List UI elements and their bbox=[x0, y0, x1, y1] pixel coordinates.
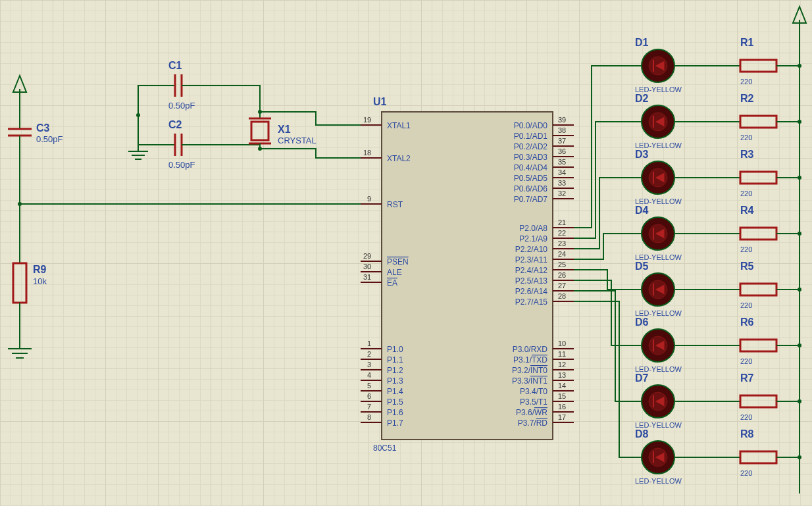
svg-text:3: 3 bbox=[367, 361, 371, 368]
ic-part: 80C51 bbox=[373, 443, 397, 453]
led-row-6[interactable]: D6LED-YELLOWR6220 bbox=[624, 316, 801, 373]
svg-text:P1.3: P1.3 bbox=[387, 376, 403, 386]
ic-right-pins: 39P0.0/AD038P0.1/AD137P0.2/AD236P0.3/AD3… bbox=[512, 116, 574, 428]
capacitor-c2[interactable]: C2 0.50pF bbox=[151, 119, 197, 170]
svg-text:P3.0/RXD: P3.0/RXD bbox=[513, 345, 548, 354]
svg-text:10: 10 bbox=[558, 340, 566, 347]
svg-text:38: 38 bbox=[558, 126, 566, 134]
svg-text:39: 39 bbox=[558, 116, 566, 124]
svg-text:RST: RST bbox=[387, 200, 403, 209]
svg-text:P3.5/T1: P3.5/T1 bbox=[520, 397, 547, 407]
svg-text:P3.7/RD: P3.7/RD bbox=[518, 418, 548, 428]
svg-text:P2.6/A14: P2.6/A14 bbox=[515, 287, 548, 296]
ic-ref: U1 bbox=[373, 96, 387, 107]
svg-text:8: 8 bbox=[367, 413, 371, 421]
svg-text:14: 14 bbox=[558, 382, 566, 390]
svg-text:R5: R5 bbox=[740, 261, 754, 272]
c2-to-crystal bbox=[197, 145, 260, 149]
svg-text:D3: D3 bbox=[635, 149, 649, 160]
svg-text:P1.5: P1.5 bbox=[387, 397, 403, 407]
led-row-4[interactable]: D4LED-YELLOWR4220 bbox=[624, 205, 801, 261]
c1-ref: C1 bbox=[168, 60, 182, 71]
ground-caps bbox=[128, 151, 148, 159]
svg-text:37: 37 bbox=[558, 137, 566, 145]
svg-text:5: 5 bbox=[367, 382, 371, 390]
svg-text:36: 36 bbox=[558, 147, 566, 155]
svg-text:22: 22 bbox=[558, 229, 566, 237]
svg-rect-157 bbox=[740, 60, 776, 72]
led-row-8[interactable]: D8LED-YELLOWR8220 bbox=[624, 428, 801, 485]
svg-text:D1: D1 bbox=[635, 37, 649, 48]
svg-text:LED-YELLOW: LED-YELLOW bbox=[635, 477, 682, 485]
svg-text:P1.0: P1.0 bbox=[387, 345, 403, 354]
svg-text:P0.4/AD4: P0.4/AD4 bbox=[514, 163, 548, 172]
svg-point-146 bbox=[258, 110, 262, 114]
r9-val: 10k bbox=[33, 276, 47, 286]
svg-text:XTAL2: XTAL2 bbox=[387, 154, 411, 163]
svg-text:D5: D5 bbox=[635, 261, 649, 272]
svg-text:220: 220 bbox=[740, 78, 752, 86]
svg-text:P3.4/T0: P3.4/T0 bbox=[520, 387, 547, 396]
svg-text:P0.3/AD3: P0.3/AD3 bbox=[514, 153, 548, 162]
svg-text:P2.4/A12: P2.4/A12 bbox=[515, 266, 548, 275]
svg-text:R2: R2 bbox=[740, 93, 754, 104]
schematic-canvas[interactable]: U1 80C51 19 XTAL1 18 XTAL2 9 RST 29 PSEN… bbox=[0, 0, 812, 506]
svg-text:P2.7/A15: P2.7/A15 bbox=[515, 297, 548, 307]
crystal-x1[interactable]: X1 CRYSTAL bbox=[249, 112, 317, 149]
svg-text:25: 25 bbox=[558, 261, 566, 268]
svg-text:R4: R4 bbox=[740, 205, 754, 216]
led-row-3[interactable]: D3LED-YELLOWR3220 bbox=[624, 149, 801, 205]
svg-text:33: 33 bbox=[558, 179, 566, 187]
svg-rect-209 bbox=[740, 284, 776, 295]
svg-text:XTAL1: XTAL1 bbox=[387, 121, 411, 130]
svg-text:30: 30 bbox=[363, 263, 371, 270]
svg-text:1: 1 bbox=[367, 340, 371, 347]
svg-text:P0.0/AD0: P0.0/AD0 bbox=[514, 121, 548, 130]
c3-val: 0.50pF bbox=[36, 134, 63, 144]
svg-text:220: 220 bbox=[740, 413, 752, 421]
svg-text:ALE: ALE bbox=[387, 268, 402, 277]
resistor-r9[interactable]: R9 10k bbox=[13, 204, 47, 336]
svg-text:15: 15 bbox=[558, 392, 566, 400]
capacitor-c1[interactable]: C1 0.50pF bbox=[151, 60, 197, 111]
svg-text:D8: D8 bbox=[635, 428, 649, 440]
svg-text:P1.2: P1.2 bbox=[387, 366, 403, 375]
c1-to-crystal bbox=[197, 86, 260, 112]
led-row-5[interactable]: D5LED-YELLOWR5220 bbox=[624, 261, 801, 317]
power-arrow-left bbox=[13, 76, 26, 105]
c1-val: 0.50pF bbox=[168, 101, 195, 111]
svg-text:12: 12 bbox=[558, 361, 566, 368]
svg-text:26: 26 bbox=[558, 271, 566, 279]
svg-text:P3.1/TXD: P3.1/TXD bbox=[513, 355, 547, 365]
svg-text:D2: D2 bbox=[635, 93, 649, 104]
svg-text:220: 220 bbox=[740, 245, 752, 253]
svg-text:4: 4 bbox=[367, 371, 371, 379]
svg-text:P1.6: P1.6 bbox=[387, 408, 403, 417]
svg-text:R6: R6 bbox=[740, 316, 754, 328]
svg-text:31: 31 bbox=[363, 273, 371, 281]
svg-text:P1.7: P1.7 bbox=[387, 418, 403, 428]
capacitor-c3[interactable]: C3 0.50pF bbox=[8, 105, 63, 158]
svg-text:P0.5/AD5: P0.5/AD5 bbox=[514, 174, 548, 183]
svg-text:220: 220 bbox=[740, 469, 752, 477]
led-row-7[interactable]: D7LED-YELLOWR7220 bbox=[624, 372, 801, 429]
svg-rect-122 bbox=[13, 263, 26, 303]
svg-text:P2.5/A13: P2.5/A13 bbox=[515, 276, 548, 286]
svg-text:28: 28 bbox=[558, 292, 566, 300]
svg-text:P0.2/AD2: P0.2/AD2 bbox=[514, 142, 548, 151]
c2-val: 0.50pF bbox=[168, 160, 195, 170]
led-row-1[interactable]: D1LED-YELLOWR1220 bbox=[624, 37, 801, 93]
svg-text:P2.0/A8: P2.0/A8 bbox=[519, 224, 547, 233]
p2-wire-7 bbox=[574, 301, 624, 457]
svg-text:P2.1/A9: P2.1/A9 bbox=[519, 234, 547, 243]
svg-text:16: 16 bbox=[558, 403, 566, 411]
svg-text:R3: R3 bbox=[740, 149, 754, 160]
led-row-2[interactable]: D2LED-YELLOWR2220 bbox=[624, 93, 801, 149]
ic-u1[interactable]: U1 80C51 19 XTAL1 18 XTAL2 9 RST 29 PSEN… bbox=[361, 96, 574, 453]
c2-ref: C2 bbox=[168, 119, 182, 130]
svg-text:P3.6/WR: P3.6/WR bbox=[516, 408, 547, 417]
svg-text:21: 21 bbox=[558, 218, 566, 226]
c3-ref: C3 bbox=[36, 122, 50, 134]
svg-text:17: 17 bbox=[558, 413, 566, 421]
svg-text:P2.2/A10: P2.2/A10 bbox=[515, 245, 548, 254]
